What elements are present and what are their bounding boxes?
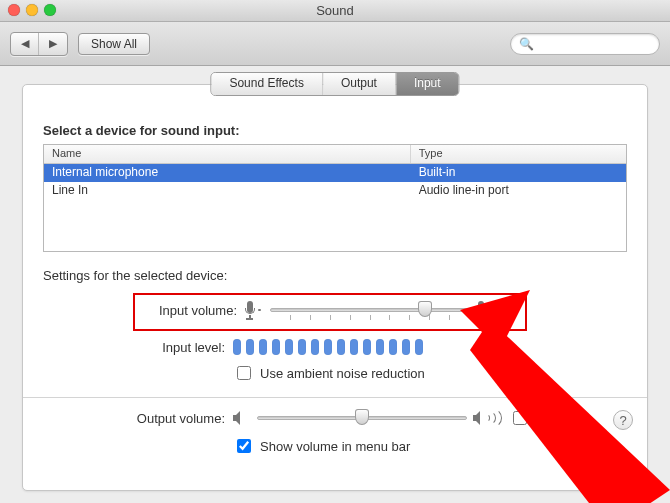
table-row[interactable]: Internal microphone Built-in <box>44 164 626 182</box>
input-volume-label: Input volume: <box>145 303 245 318</box>
mute-checkbox[interactable]: Mute <box>509 408 565 428</box>
traffic-lights <box>8 4 56 16</box>
output-volume-slider[interactable] <box>257 416 467 420</box>
input-volume-slider[interactable] <box>270 308 470 312</box>
tab-output[interactable]: Output <box>323 73 396 95</box>
device-table[interactable]: Name Type Internal microphone Built-in L… <box>43 144 627 252</box>
table-header: Name Type <box>44 145 626 164</box>
ambient-noise-checkbox[interactable]: Use ambient noise reduction <box>233 363 425 383</box>
input-level-meter <box>233 339 423 355</box>
mute-input[interactable] <box>513 411 527 425</box>
speaker-low-icon <box>233 411 251 425</box>
speaker-high-icon <box>473 411 499 425</box>
toolbar: ◀ ▶ Show All 🔍 <box>0 22 670 66</box>
annotation-highlight-box: Input volume: <box>133 293 527 331</box>
slider-knob[interactable] <box>355 409 369 425</box>
cell-name: Internal microphone <box>44 164 411 182</box>
minimize-icon[interactable] <box>26 4 38 16</box>
tab-sound-effects[interactable]: Sound Effects <box>211 73 323 95</box>
nav-buttons: ◀ ▶ <box>10 32 68 56</box>
table-row[interactable]: Line In Audio line-in port <box>44 182 626 200</box>
divider <box>23 397 647 398</box>
cell-type: Audio line-in port <box>411 182 626 200</box>
show-volume-menubar-label: Show volume in menu bar <box>260 439 410 454</box>
show-volume-menubar-checkbox[interactable]: Show volume in menu bar <box>233 436 410 456</box>
ambient-noise-label: Use ambient noise reduction <box>260 366 425 381</box>
col-name[interactable]: Name <box>44 145 411 163</box>
zoom-icon[interactable] <box>44 4 56 16</box>
search-icon: 🔍 <box>519 37 534 51</box>
search-input[interactable] <box>538 36 670 52</box>
input-level-label: Input level: <box>43 340 233 355</box>
microphone-low-icon <box>245 301 255 319</box>
tab-input[interactable]: Input <box>396 73 459 95</box>
show-all-button[interactable]: Show All <box>78 33 150 55</box>
window-title: Sound <box>316 3 354 18</box>
title-bar: Sound <box>0 0 670 22</box>
slider-knob[interactable] <box>418 301 432 317</box>
col-type[interactable]: Type <box>411 145 626 163</box>
cell-type: Built-in <box>411 164 626 182</box>
microphone-high-icon <box>476 301 486 319</box>
main-panel: Sound Effects Output Input Select a devi… <box>22 84 648 491</box>
search-field[interactable]: 🔍 <box>510 33 660 55</box>
back-button[interactable]: ◀ <box>11 33 39 55</box>
help-button[interactable]: ? <box>613 410 633 430</box>
settings-heading: Settings for the selected device: <box>43 268 627 283</box>
cell-name: Line In <box>44 182 411 200</box>
close-icon[interactable] <box>8 4 20 16</box>
output-volume-label: Output volume: <box>43 411 233 426</box>
tab-bar: Sound Effects Output Input <box>210 72 459 96</box>
device-list-heading: Select a device for sound input: <box>43 123 627 138</box>
mute-label: Mute <box>536 411 565 426</box>
show-volume-menubar-input[interactable] <box>237 439 251 453</box>
forward-button[interactable]: ▶ <box>39 33 67 55</box>
ambient-noise-input[interactable] <box>237 366 251 380</box>
